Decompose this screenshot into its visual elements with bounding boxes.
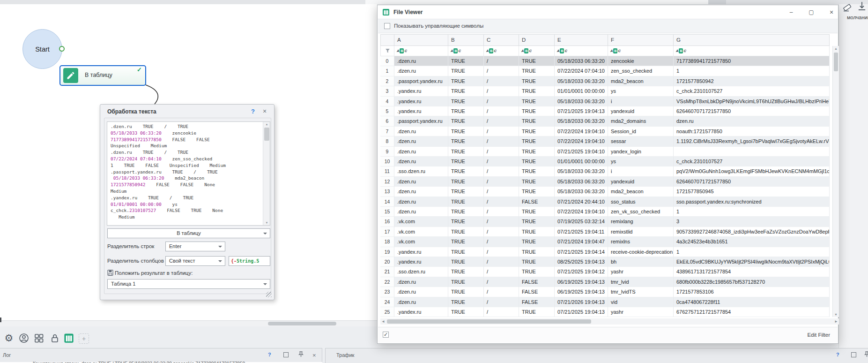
cell[interactable]: yandex_login [608,147,674,157]
filter-cell-D[interactable]: ABC [519,46,555,56]
scrollbar-thumb[interactable] [387,319,591,324]
row-number[interactable]: 19 [380,247,394,257]
maximize-button[interactable]: ▢ [806,8,816,16]
cell[interactable]: 07/21/2025 19:04:14 [555,247,608,257]
table-row[interactable]: 10.dzen.ruTRUE/TRUE01/01/0001 00:00:00ys… [380,157,830,166]
cell[interactable]: sessar [608,136,674,146]
cell[interactable]: 01/01/0001 00:00:00 [555,86,608,96]
canvas-horizontal-scrollbar[interactable] [0,320,377,326]
cell[interactable]: bh [608,257,674,267]
pin-download-icon[interactable] [856,1,868,15]
cell[interactable]: .dzen.ru [394,127,448,136]
row-number[interactable]: 7 [380,127,394,136]
cell[interactable]: 1 [674,66,830,76]
cell[interactable]: TRUE [448,267,484,277]
table-row[interactable]: 13.dzen.ruTRUE/TRUE05/18/2033 06:33:20md… [380,187,830,197]
table-view-icon[interactable] [63,332,75,344]
cell[interactable]: 07/22/2024 07:04:10 [555,66,608,76]
cell[interactable]: / [484,227,519,237]
help-icon[interactable]: ? [836,352,839,357]
cell[interactable]: 07/22/2024 19:04:10 [555,207,608,217]
cell[interactable]: TRUE [448,277,484,287]
cell[interactable]: i [608,166,674,176]
cell[interactable]: TRUE [448,76,484,86]
table-row[interactable]: 6.passport.yandex.ruTRUE/TRUE05/18/2033 … [380,116,830,126]
cell[interactable]: .yandex.ru [394,86,448,96]
table-row[interactable]: 5.yandex.ruTRUE/TRUE07/21/2025 19:04:13y… [380,106,830,116]
table-row[interactable]: 2.passport.yandex.ruTRUE/TRUE05/18/2033 … [380,76,830,86]
dialog-text-vertical-scrollbar[interactable]: ▲ ▼ [263,122,270,225]
cell[interactable]: c_chck.2310107527 [674,157,830,166]
cell[interactable]: 4389617131721577854 [674,267,830,277]
dialog-help-button[interactable]: ? [251,108,255,115]
cell[interactable] [674,147,830,157]
cell[interactable]: TRUE [519,86,555,96]
cell[interactable]: / [484,277,519,287]
table-row[interactable]: 0.dzen.ruTRUE/TRUE05/18/2033 06:33:20zen… [380,56,830,66]
cell[interactable]: FALSE [519,287,555,297]
cell[interactable]: zen_vk_sso_checked [608,207,674,217]
cell[interactable]: TRUE [519,116,555,126]
filter-cell-G[interactable]: ABC [674,46,830,56]
row-number[interactable]: 18 [380,237,394,247]
row-number[interactable]: 5 [380,106,394,116]
cell[interactable]: TRUE [519,227,555,237]
filter-cell-C[interactable]: ABC [484,46,519,56]
pin-panel-icon[interactable] [864,351,868,358]
scroll-right-icon[interactable]: ► [834,319,838,324]
result-table-select[interactable]: Таблица 1 [107,279,270,289]
cell[interactable]: TRUE [519,66,555,76]
cell[interactable]: yandexuid [608,106,674,116]
cell[interactable]: / [484,177,519,187]
column-header-B[interactable]: B [448,34,484,46]
cell[interactable]: 05/18/2033 06:33:20 [555,166,608,176]
cell[interactable]: / [484,166,519,176]
table-row[interactable]: 12.dzen.ruTRUE/TRUE05/18/2033 06:33:20ya… [380,177,830,187]
table-row[interactable]: 4.yandex.ruTRUE/TRUE05/18/2033 06:33:20i… [380,97,830,106]
cell[interactable]: 1 [674,207,830,217]
cell[interactable]: TRUE [519,157,555,166]
cell[interactable]: 05/18/2033 06:33:20 [555,177,608,187]
cell[interactable]: TRUE [448,307,484,317]
row-number[interactable]: 4 [380,97,394,106]
row-number[interactable]: 13 [380,187,394,197]
operation-select[interactable]: В таблицу [107,228,270,238]
cell[interactable]: zen_sso_checked [608,66,674,76]
cell[interactable]: 08/25/2025 19:04:13 [555,257,608,267]
cell[interactable]: .yandex.ru [394,247,448,257]
scrollbar-thumb[interactable] [264,128,269,141]
row-number[interactable]: 8 [380,136,394,146]
cell[interactable]: .dzen.ru [394,207,448,217]
minimize-button[interactable]: – [786,8,796,16]
table-horizontal-scrollbar[interactable]: ◄ ► [380,318,839,325]
cell[interactable]: 9057339927246874058_izdi3pHw3eeFaZsVZozG… [674,227,830,237]
cell[interactable]: mda2_domains [608,116,674,126]
close-button[interactable]: × [826,8,837,16]
cell[interactable]: receive-cookie-deprecation [608,247,674,257]
cell[interactable]: TRUE [448,227,484,237]
cell[interactable]: TRUE [448,127,484,136]
table-row[interactable]: 24.dzen.ruTRUE/FALSE07/21/2026 19:04:13v… [380,297,830,307]
cell[interactable]: 05/18/2033 06:33:20 [555,97,608,106]
cell[interactable]: TRUE [519,136,555,146]
action-block-to-table[interactable]: В таблицу ✓ [59,65,146,86]
cell[interactable]: / [484,86,519,96]
row-number[interactable]: 20 [380,257,394,267]
cell[interactable]: 1 [674,247,830,257]
cell[interactable]: pqV2/Wm0GuNnh1owg3LKEmglFSMbHJewKVKnECNM… [674,166,830,176]
cell[interactable]: 3 [674,217,830,227]
cell[interactable]: TRUE [448,66,484,76]
cell[interactable]: TRUE [448,157,484,166]
cell[interactable]: ys [608,86,674,96]
table-row[interactable]: 7.dzen.ruTRUE/TRUE07/22/2024 19:04:10Ses… [380,127,830,136]
cell[interactable]: .dzen.ru [394,287,448,297]
cell[interactable]: .dzen.ru [394,147,448,157]
cell[interactable]: / [484,56,519,66]
cell[interactable]: .dzen.ru [394,56,448,66]
cell[interactable]: TRUE [519,97,555,106]
scroll-up-icon[interactable]: ▲ [833,47,839,50]
cell[interactable]: .dzen.ru [394,197,448,207]
cell[interactable]: .dzen.ru [394,136,448,146]
maximize-panel-icon[interactable] [283,352,289,358]
table-row[interactable]: 15.dzen.ruTRUE/TRUE07/22/2024 19:04:10ze… [380,207,830,217]
